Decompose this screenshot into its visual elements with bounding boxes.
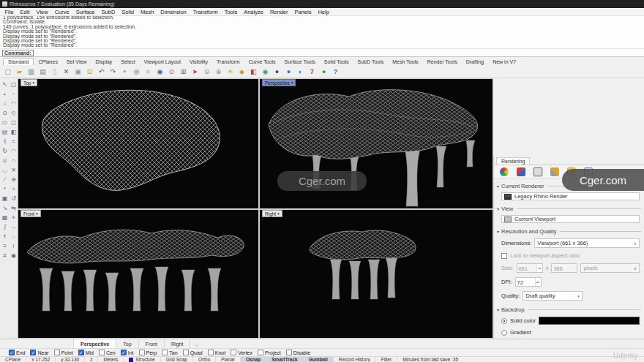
viewport-perspective-label[interactable]: Perspective▾ — [262, 79, 296, 86]
viewport-front[interactable] — [18, 210, 258, 338]
zoom-window-icon[interactable]: ○ — [143, 66, 154, 77]
new-file-icon[interactable]: ▢ — [2, 66, 13, 77]
zoom-extents-icon[interactable]: ◎ — [131, 66, 142, 77]
hide-arrow-icon[interactable]: ➤ — [190, 66, 201, 77]
menu-item[interactable]: Tools — [221, 9, 241, 15]
render-preview-icon[interactable]: ● — [283, 66, 294, 77]
tool-text-icon[interactable]: T — [1, 233, 9, 241]
tool-copy-icon[interactable]: ▣ — [1, 195, 9, 203]
size-height-spinner[interactable]: 366 — [551, 263, 577, 273]
viewport-perspective[interactable]: Cger.com — [260, 79, 493, 208]
osnap-checkbox[interactable] — [54, 350, 60, 355]
panel-tab-rendering[interactable]: Rendering — [496, 157, 530, 165]
paste-icon[interactable]: ⊟ — [84, 66, 95, 77]
materials-icon[interactable] — [517, 167, 525, 176]
osnap-checkbox[interactable] — [208, 350, 214, 355]
tool-ellipse-icon[interactable]: ⊙ — [1, 109, 9, 117]
display-mode-icon[interactable]: ◧ — [248, 66, 259, 77]
viewport-top-label[interactable]: Top▾ — [20, 79, 37, 86]
isolate-icon[interactable]: ⊖ — [201, 66, 212, 77]
toolbar-tab[interactable]: New in V7 — [488, 59, 520, 65]
menu-item[interactable]: Curve — [51, 9, 72, 15]
osnap-checkbox[interactable] — [9, 350, 15, 355]
save-icon[interactable]: ▥ — [26, 66, 37, 77]
tool-dimension-icon[interactable]: ↔ — [10, 223, 18, 231]
toolbar-tab[interactable]: Surface Tools — [280, 59, 320, 65]
right-view-canvas[interactable] — [260, 210, 493, 338]
v7-icon[interactable]: 7 — [307, 66, 318, 77]
osnap-toggle[interactable]: Cen — [99, 350, 116, 355]
osnap-checkbox[interactable] — [258, 350, 263, 355]
osnap-checkbox[interactable] — [99, 350, 105, 355]
help-icon[interactable]: ? — [330, 66, 341, 77]
spinner-arrows-icon[interactable]: ▴▾ — [535, 278, 541, 286]
tool-boolean-union-icon[interactable]: ∪ — [1, 157, 9, 165]
command-prompt[interactable]: Command: — [0, 49, 644, 57]
copy-icon[interactable]: ▣ — [72, 66, 83, 77]
size-width-spinner[interactable]: 661 ▴▾ — [517, 263, 543, 273]
status-pane[interactable]: SmartTrack — [266, 357, 303, 362]
viewport-menu-arrow-icon[interactable]: ▾ — [291, 80, 293, 85]
osnap-toggle[interactable]: Int — [121, 350, 134, 355]
viewport-tab[interactable]: Right — [165, 339, 190, 348]
tool-analyze-icon[interactable]: ∫ — [1, 223, 9, 231]
tool-circle-icon[interactable]: ○ — [1, 99, 9, 108]
toolbar-tab[interactable]: Select — [116, 59, 139, 65]
osnap-checkbox[interactable] — [162, 350, 168, 355]
viewport-menu-arrow-icon[interactable]: ▾ — [36, 211, 38, 216]
render-region-icon[interactable]: ◐ — [295, 66, 306, 77]
tool-sweep-icon[interactable]: ◠ — [10, 147, 18, 155]
menu-item[interactable]: File — [1, 9, 17, 15]
viewport-right[interactable] — [260, 210, 493, 338]
tool-boolean-intersect-icon[interactable]: ∩ — [10, 157, 18, 165]
osnap-checkbox[interactable] — [231, 350, 236, 355]
print-icon[interactable]: ▤ — [37, 66, 48, 77]
status-cell[interactable]: y 32.130 — [56, 357, 85, 362]
zoom-selected-icon[interactable]: ◉ — [154, 66, 165, 77]
osnap-checkbox[interactable] — [30, 350, 36, 355]
viewport-layout-icon[interactable]: ⊞ — [178, 66, 189, 77]
tool-split-icon[interactable]: ∕ — [1, 176, 9, 184]
osnap-toggle[interactable]: Knot — [208, 350, 225, 355]
render-color-wheel-icon[interactable] — [500, 167, 509, 176]
status-pane[interactable]: Planar — [216, 357, 241, 362]
tool-scale-icon[interactable]: ↘ — [1, 204, 9, 212]
layer-cell[interactable]: Structure — [124, 357, 160, 362]
tool-arc-icon[interactable]: ◠ — [10, 99, 18, 108]
color-wheel-icon[interactable]: ◉ — [260, 66, 271, 77]
viewport-top[interactable] — [18, 79, 258, 208]
viewport-menu-arrow-icon[interactable]: ▾ — [32, 80, 34, 85]
environment-icon[interactable]: ● — [318, 66, 329, 77]
viewport-right-label[interactable]: Right▾ — [262, 210, 282, 217]
viewport-tab[interactable]: Perspective — [73, 339, 116, 348]
new-viewport-tab-icon[interactable]: ◇ — [190, 339, 203, 348]
status-pane[interactable]: Ortho — [193, 357, 216, 362]
osnap-toggle[interactable]: Quad — [183, 350, 203, 355]
tool-extrude-icon[interactable]: ⇧ — [1, 137, 9, 146]
toolbar-tab[interactable]: CPlanes — [34, 59, 61, 65]
status-pane[interactable]: Filter — [376, 357, 397, 362]
menu-item[interactable]: View — [33, 9, 51, 15]
viewport-menu-arrow-icon[interactable]: ▾ — [277, 211, 280, 216]
status-pane[interactable]: Record History — [334, 357, 376, 362]
status-cell[interactable]: Meters — [98, 357, 124, 362]
dimensions-select[interactable]: Viewport (661 x 366) ∨ — [534, 238, 640, 248]
toolbar-tab[interactable]: Set View — [62, 59, 91, 65]
toolbar-tab[interactable]: Display — [91, 59, 116, 65]
tool-hide-icon[interactable]: ◌ — [10, 233, 18, 241]
tool-curve-icon[interactable]: ~ — [10, 90, 18, 98]
toolbar-tab[interactable]: SubD Tools — [353, 59, 389, 65]
tool-join-icon[interactable]: ⊕ — [10, 176, 18, 184]
redo-icon[interactable]: ↷ — [108, 66, 119, 77]
section-view[interactable]: ▾ View — [497, 205, 641, 212]
viewport-front-label[interactable]: Front▾ — [20, 210, 41, 217]
tool-mirror-icon[interactable]: ⇆ — [10, 204, 18, 212]
menu-item[interactable]: Edit — [17, 9, 33, 15]
undo-icon[interactable]: ↶ — [96, 66, 107, 77]
dpi-spinner[interactable]: 72 ▴▾ — [515, 277, 542, 287]
section-backdrop[interactable]: ▾ Backdrop — [497, 306, 641, 313]
osnap-toggle[interactable]: End — [9, 350, 25, 355]
osnap-checkbox[interactable] — [183, 350, 189, 355]
size-units-select[interactable]: pixels ∨ — [580, 263, 640, 273]
viewport-tab[interactable]: Top — [116, 339, 138, 348]
